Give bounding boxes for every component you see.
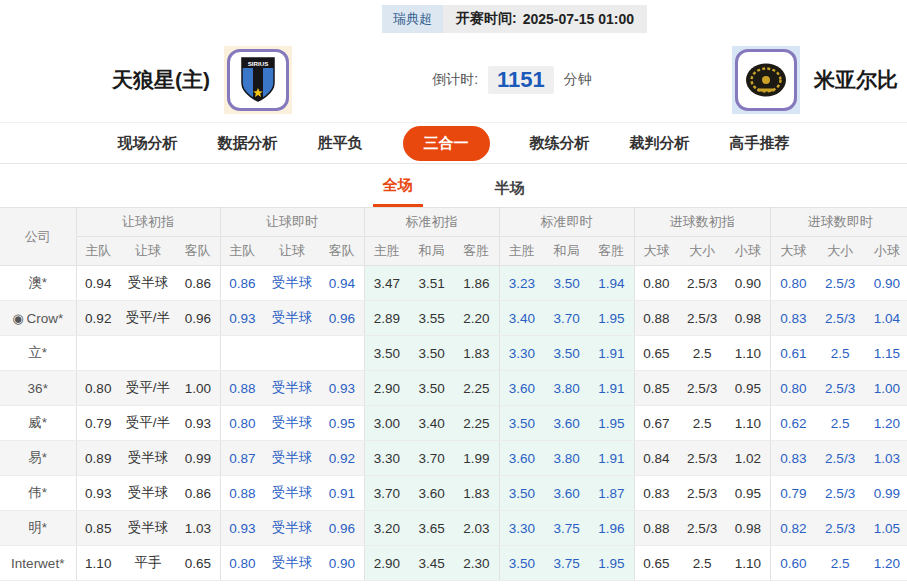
odds-cell: 1.10 xyxy=(726,336,770,371)
odds-cell[interactable]: 0.80 xyxy=(220,406,264,441)
odds-cell[interactable]: 0.86 xyxy=(220,266,264,301)
odds-cell[interactable]: 3.70 xyxy=(544,301,589,336)
odds-cell[interactable]: 受半球 xyxy=(264,266,320,301)
odds-cell[interactable]: 3.40 xyxy=(499,301,544,336)
odds-cell[interactable]: 3.30 xyxy=(499,511,544,546)
odds-cell[interactable]: 2.5/3 xyxy=(816,266,864,301)
odds-cell[interactable]: 0.92 xyxy=(320,441,364,476)
odds-cell[interactable]: 3.23 xyxy=(499,266,544,301)
odds-cell[interactable]: 1.96 xyxy=(589,511,634,546)
odds-cell[interactable]: 0.62 xyxy=(770,406,816,441)
sub-tab-1[interactable]: 半场 xyxy=(485,169,535,207)
odds-cell[interactable]: 3.60 xyxy=(499,371,544,406)
odds-cell[interactable]: 1.95 xyxy=(589,301,634,336)
odds-cell[interactable]: 3.50 xyxy=(499,406,544,441)
nav-tab-1[interactable]: 数据分析 xyxy=(218,134,278,153)
odds-cell[interactable]: 0.82 xyxy=(770,511,816,546)
odds-cell[interactable]: 1.91 xyxy=(589,371,634,406)
odds-cell[interactable]: 1.91 xyxy=(589,336,634,371)
odds-cell[interactable] xyxy=(264,336,320,371)
odds-cell[interactable] xyxy=(220,336,264,371)
nav-tab-2[interactable]: 胜平负 xyxy=(318,134,363,153)
odds-cell[interactable]: 0.95 xyxy=(320,406,364,441)
odds-cell[interactable]: 1.05 xyxy=(864,511,907,546)
odds-cell[interactable]: 3.50 xyxy=(499,476,544,511)
odds-cell[interactable] xyxy=(320,336,364,371)
odds-cell[interactable]: 1.94 xyxy=(589,266,634,301)
odds-cell[interactable]: 3.75 xyxy=(544,546,589,581)
odds-cell[interactable]: 受半球 xyxy=(264,476,320,511)
odds-cell[interactable]: 0.94 xyxy=(320,266,364,301)
odds-cell[interactable]: 2.5/3 xyxy=(816,301,864,336)
odds-cell[interactable]: 2.5 xyxy=(816,546,864,581)
odds-cell[interactable]: 受半球 xyxy=(264,371,320,406)
odds-cell[interactable]: 0.96 xyxy=(320,511,364,546)
nav-tab-0[interactable]: 现场分析 xyxy=(118,134,178,153)
odds-cell[interactable]: 0.90 xyxy=(864,266,907,301)
odds-cell[interactable]: 2.5 xyxy=(816,406,864,441)
odds-cell[interactable]: 1.91 xyxy=(589,441,634,476)
table-row: 立*3.503.501.833.303.501.910.652.51.100.6… xyxy=(0,336,907,371)
odds-cell[interactable]: 1.95 xyxy=(589,406,634,441)
odds-cell: 2.20 xyxy=(454,301,499,336)
nav-tab-3[interactable]: 三合一 xyxy=(403,126,490,161)
odds-cell[interactable]: 受半球 xyxy=(264,546,320,581)
odds-cell[interactable]: 0.80 xyxy=(770,266,816,301)
nav-tab-4[interactable]: 教练分析 xyxy=(530,134,590,153)
sub-tab-0[interactable]: 全场 xyxy=(373,166,423,207)
odds-cell[interactable]: 1.20 xyxy=(864,406,907,441)
odds-cell[interactable]: 3.80 xyxy=(544,441,589,476)
odds-cell[interactable]: 0.96 xyxy=(320,301,364,336)
odds-cell: 2.25 xyxy=(454,406,499,441)
odds-cell[interactable]: 1.03 xyxy=(864,441,907,476)
odds-cell[interactable]: 2.5/3 xyxy=(816,476,864,511)
odds-cell[interactable]: 2.5 xyxy=(816,336,864,371)
odds-cell[interactable]: 0.60 xyxy=(770,546,816,581)
mjallby-crest-icon xyxy=(735,49,797,111)
odds-cell[interactable]: 3.75 xyxy=(544,511,589,546)
odds-cell[interactable]: 0.88 xyxy=(220,476,264,511)
odds-cell[interactable]: 3.60 xyxy=(544,476,589,511)
odds-cell[interactable]: 1.15 xyxy=(864,336,907,371)
odds-cell[interactable]: 2.5/3 xyxy=(816,441,864,476)
odds-cell: 3.20 xyxy=(364,511,409,546)
odds-cell[interactable]: 0.80 xyxy=(220,546,264,581)
odds-cell[interactable]: 3.80 xyxy=(544,371,589,406)
odds-cell[interactable]: 2.5/3 xyxy=(816,371,864,406)
odds-cell[interactable]: 0.88 xyxy=(220,371,264,406)
company-cell: Interwet* xyxy=(0,546,76,581)
odds-cell[interactable]: 0.91 xyxy=(320,476,364,511)
odds-cell[interactable]: 1.87 xyxy=(589,476,634,511)
odds-cell[interactable]: 0.93 xyxy=(220,511,264,546)
odds-cell[interactable]: 0.93 xyxy=(320,371,364,406)
odds-cell[interactable]: 0.90 xyxy=(320,546,364,581)
odds-cell[interactable]: 1.04 xyxy=(864,301,907,336)
odds-cell[interactable]: 0.83 xyxy=(770,441,816,476)
odds-cell[interactable]: 0.61 xyxy=(770,336,816,371)
odds-cell[interactable]: 3.50 xyxy=(499,546,544,581)
odds-cell[interactable]: 3.50 xyxy=(544,266,589,301)
odds-table-body: 澳*0.94受半球0.860.86受半球0.943.473.511.863.23… xyxy=(0,266,907,581)
odds-cell: 1.00 xyxy=(176,371,220,406)
table-row: ◉Crow*0.92受平/半0.960.93受半球0.962.893.552.2… xyxy=(0,301,907,336)
nav-tab-6[interactable]: 高手推荐 xyxy=(730,134,790,153)
odds-cell[interactable]: 0.83 xyxy=(770,301,816,336)
odds-cell[interactable]: 3.60 xyxy=(544,406,589,441)
odds-cell[interactable]: 受半球 xyxy=(264,441,320,476)
odds-cell[interactable]: 0.79 xyxy=(770,476,816,511)
odds-cell[interactable]: 0.80 xyxy=(770,371,816,406)
odds-cell[interactable]: 受半球 xyxy=(264,511,320,546)
odds-cell[interactable]: 受半球 xyxy=(264,301,320,336)
odds-cell[interactable]: 0.99 xyxy=(864,476,907,511)
odds-cell[interactable]: 0.87 xyxy=(220,441,264,476)
odds-cell[interactable]: 3.30 xyxy=(499,336,544,371)
odds-cell[interactable]: 0.93 xyxy=(220,301,264,336)
odds-cell[interactable]: 2.5/3 xyxy=(816,511,864,546)
odds-cell[interactable]: 1.95 xyxy=(589,546,634,581)
odds-cell[interactable]: 1.20 xyxy=(864,546,907,581)
odds-cell[interactable]: 3.60 xyxy=(499,441,544,476)
odds-cell[interactable]: 3.50 xyxy=(544,336,589,371)
odds-cell[interactable]: 1.00 xyxy=(864,371,907,406)
odds-cell[interactable]: 受半球 xyxy=(264,406,320,441)
nav-tab-5[interactable]: 裁判分析 xyxy=(630,134,690,153)
